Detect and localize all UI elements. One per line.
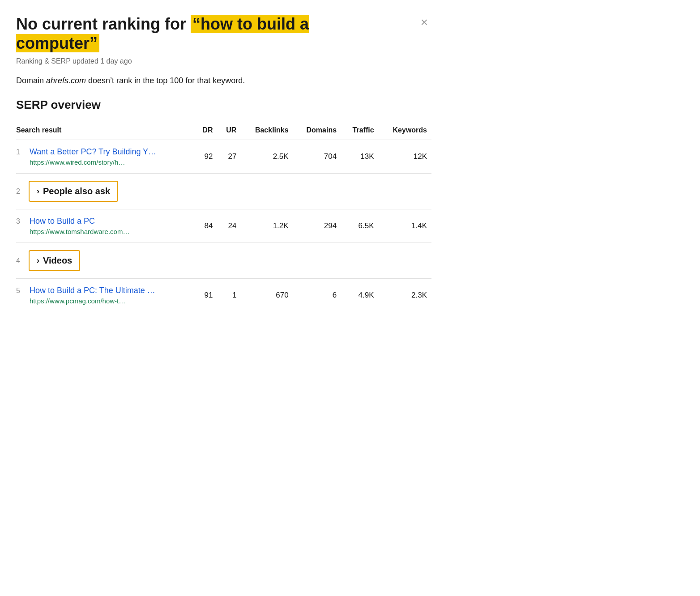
domain-text-after: doesn’t rank in the top 100 for that key…: [86, 76, 245, 85]
cell-traffic: 4.9K: [341, 279, 378, 312]
col-backlinks: Backlinks: [241, 123, 293, 140]
table-row: 4 › Videos: [16, 243, 431, 279]
col-result: Search result: [16, 123, 194, 140]
row-number: 5: [16, 286, 24, 295]
col-traffic: Traffic: [341, 123, 378, 140]
special-box-button[interactable]: › Videos: [29, 250, 80, 271]
col-ur: UR: [217, 123, 241, 140]
result-title-link[interactable]: Want a Better PC? Try Building Y…: [30, 147, 156, 157]
cell-keywords: 2.3K: [379, 279, 431, 312]
table-row: 2 › People also ask: [16, 174, 431, 209]
cell-backlinks: 2.5K: [241, 140, 293, 174]
row-number: 1: [16, 147, 24, 156]
cell-traffic: 13K: [341, 140, 378, 174]
page-title: No current ranking for “how to build a c…: [16, 14, 383, 53]
special-cell: 4 › Videos: [16, 243, 431, 279]
result-title-link[interactable]: How to Build a PC: [30, 217, 129, 226]
cell-ur: 24: [217, 209, 241, 243]
serp-heading: SERP overview: [16, 98, 431, 112]
special-box-button[interactable]: › People also ask: [29, 181, 118, 202]
col-domains: Domains: [293, 123, 341, 140]
domain-text-before: Domain: [16, 76, 46, 85]
cell-dr: 92: [194, 140, 218, 174]
cell-ur: 1: [217, 279, 241, 312]
cell-domains: 704: [293, 140, 341, 174]
result-cell: 5 How to Build a PC: The Ultimate … http…: [16, 279, 194, 312]
header-section: × No current ranking for “how to build a…: [16, 14, 431, 65]
col-dr: DR: [194, 123, 218, 140]
close-button[interactable]: ×: [417, 14, 431, 30]
result-url-link[interactable]: https://www.tomshardware.com…: [30, 228, 129, 235]
col-keywords: Keywords: [379, 123, 431, 140]
cell-domains: 6: [293, 279, 341, 312]
cell-ur: 27: [217, 140, 241, 174]
result-url-link[interactable]: https://www.pcmag.com/how-t…: [30, 297, 155, 305]
cell-traffic: 6.5K: [341, 209, 378, 243]
row-number: 3: [16, 217, 24, 226]
result-title-link[interactable]: How to Build a PC: The Ultimate …: [30, 286, 155, 295]
chevron-right-icon: ›: [37, 256, 39, 265]
special-row-number: 2: [16, 187, 24, 196]
table-header-row: Search result DR UR Backlinks Domains Tr…: [16, 123, 431, 140]
update-subtitle: Ranking & SERP updated 1 day ago: [16, 57, 431, 65]
cell-backlinks: 670: [241, 279, 293, 312]
special-cell: 2 › People also ask: [16, 174, 431, 209]
special-label: People also ask: [43, 186, 110, 196]
table-row: 1 Want a Better PC? Try Building Y… http…: [16, 140, 431, 174]
cell-backlinks: 1.2K: [241, 209, 293, 243]
serp-table: Search result DR UR Backlinks Domains Tr…: [16, 123, 431, 312]
domain-name: ahrefs.com: [46, 76, 86, 85]
result-url-link[interactable]: https://www.wired.com/story/h…: [30, 158, 156, 166]
table-row: 5 How to Build a PC: The Ultimate … http…: [16, 279, 431, 312]
cell-keywords: 1.4K: [379, 209, 431, 243]
cell-domains: 294: [293, 209, 341, 243]
domain-description: Domain ahrefs.com doesn’t rank in the to…: [16, 76, 431, 85]
cell-dr: 84: [194, 209, 218, 243]
result-cell: 3 How to Build a PC https://www.tomshard…: [16, 209, 194, 243]
special-label: Videos: [43, 255, 72, 266]
chevron-right-icon: ›: [37, 187, 39, 196]
special-row-number: 4: [16, 257, 24, 265]
title-prefix: No current ranking for: [16, 15, 191, 33]
cell-dr: 91: [194, 279, 218, 312]
table-row: 3 How to Build a PC https://www.tomshard…: [16, 209, 431, 243]
cell-keywords: 12K: [379, 140, 431, 174]
result-cell: 1 Want a Better PC? Try Building Y… http…: [16, 140, 194, 174]
